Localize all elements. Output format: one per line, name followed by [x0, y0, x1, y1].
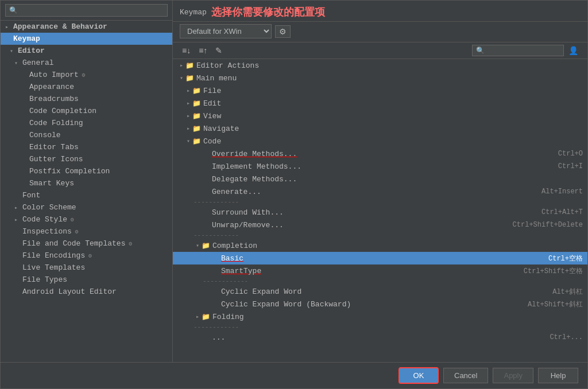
- toggle-navigate: ▸: [184, 125, 192, 132]
- sidebar-item-auto-import[interactable]: Auto Import⚙: [1, 69, 172, 81]
- toolbar-row: ≡↓ ≡↑ ✎ 👤: [173, 42, 587, 59]
- sidebar-item-editor-tabs[interactable]: Editor Tabs: [1, 141, 172, 153]
- search-right: 👤: [472, 45, 581, 56]
- tree-row-generate[interactable]: Generate...Alt+Insert: [173, 185, 587, 198]
- separator-sep4: ------------: [173, 323, 587, 331]
- ok-button[interactable]: OK: [399, 367, 439, 384]
- sidebar-item-code-folding[interactable]: Code Folding: [1, 117, 172, 129]
- shortcut-more: Ctrl+...: [538, 333, 583, 341]
- keymap-search-input[interactable]: [472, 45, 564, 56]
- toggle-code: ▾: [184, 138, 192, 145]
- toggle-file: ▸: [184, 87, 192, 94]
- sidebar-item-file-code-templates[interactable]: File and Code Templates⚙: [1, 238, 172, 250]
- keymap-dropdown[interactable]: Default for XWin Default Eclipse Emacs N…: [180, 24, 272, 38]
- tree-row-file[interactable]: ▸📁File: [173, 84, 587, 97]
- sidebar-label-inspections: Inspections: [22, 227, 72, 236]
- right-panel: Keymap 选择你需要修改的配置项 Default for XWin Defa…: [173, 1, 587, 362]
- tree-row-delegate-methods[interactable]: Delegate Methods...: [173, 173, 587, 185]
- right-panel-header: Keymap 选择你需要修改的配置项: [173, 1, 587, 22]
- tree-label-cyclic-expand: Cyclic Expand Word: [221, 287, 541, 296]
- tree-row-unwrap-remove[interactable]: Unwrap/Remove...Ctrl+Shift+Delete: [173, 219, 587, 231]
- sidebar-item-color-scheme[interactable]: ▸Color Scheme: [1, 201, 172, 213]
- tree-row-more[interactable]: ...Ctrl+...: [173, 331, 587, 344]
- tree-toggle-color-scheme: ▸: [14, 204, 20, 211]
- sidebar-item-live-templates[interactable]: Live Templates: [1, 262, 172, 274]
- tree-row-smarttype[interactable]: SmartTypeCtrl+Shift+空格: [173, 264, 587, 277]
- shortcut-cyclic-expand: Alt+斜杠: [541, 287, 583, 297]
- sidebar-item-file-types[interactable]: File Types: [1, 274, 172, 286]
- folder-icon-completion: 📁: [202, 242, 210, 250]
- help-button[interactable]: Help: [538, 368, 578, 383]
- sidebar-item-general[interactable]: ▾General: [1, 57, 172, 69]
- edit-shortcut-button[interactable]: ✎: [213, 45, 225, 56]
- gear-button[interactable]: ⚙: [275, 25, 291, 38]
- shortcut-generate: Alt+Insert: [530, 188, 583, 196]
- tree-row-override-methods[interactable]: Override Methods...Ctrl+O: [173, 147, 587, 160]
- tree-toggle-editor: ▾: [10, 48, 16, 55]
- tree-row-editor-actions[interactable]: ▸📁Editor Actions: [173, 59, 587, 72]
- sidebar-item-code-completion[interactable]: Code Completion: [1, 105, 172, 117]
- sidebar-label-keymap: Keymap: [13, 34, 40, 43]
- sidebar-item-android-layout-editor[interactable]: Android Layout Editor: [1, 286, 172, 298]
- sidebar-item-inspections[interactable]: Inspections⚙: [1, 225, 172, 238]
- collapse-all-button[interactable]: ≡↑: [196, 45, 210, 56]
- sidebar-label-auto-import: Auto Import: [29, 71, 79, 79]
- tree-label-surround-with: Surround With...: [212, 208, 530, 217]
- sidebar-search-container: [1, 1, 172, 21]
- tree-row-main-menu[interactable]: ▾📁Main menu: [173, 72, 587, 84]
- tree-row-completion[interactable]: ▾📁Completion: [173, 239, 587, 252]
- folder-icon-file: 📁: [192, 87, 201, 95]
- sidebar-item-code-style[interactable]: ▸Code Style⚙: [1, 213, 172, 225]
- sidebar-item-console[interactable]: Console: [1, 129, 172, 141]
- toggle-main-menu: ▾: [177, 75, 185, 81]
- sidebar-item-font[interactable]: Font: [1, 189, 172, 201]
- tree-row-cyclic-expand-back[interactable]: Cyclic Expand Word (Backward)Alt+Shift+斜…: [173, 298, 587, 310]
- keymap-title: 选择你需要修改的配置项: [211, 5, 325, 19]
- sidebar-item-appearance-behavior[interactable]: ▸Appearance & Behavior: [1, 21, 172, 33]
- icon-auto-import: ⚙: [82, 72, 86, 79]
- sidebar-label-gutter-icons: Gutter Icons: [29, 155, 83, 164]
- tree-row-surround-with[interactable]: Surround With...Ctrl+Alt+T: [173, 206, 587, 219]
- tree-row-basic[interactable]: BasicCtrl+空格: [173, 252, 587, 264]
- settings-dialog: ▸Appearance & BehaviorKeymap▾Editor▾Gene…: [0, 0, 588, 389]
- tree-toggle-appearance-behavior: ▸: [5, 24, 11, 30]
- tree-row-view[interactable]: ▸📁View: [173, 110, 587, 122]
- sidebar-search-input[interactable]: [5, 4, 168, 17]
- tree-row-cyclic-expand[interactable]: Cyclic Expand WordAlt+斜杠: [173, 285, 587, 298]
- sidebar-item-keymap[interactable]: Keymap: [1, 33, 172, 45]
- sidebar-label-code-folding: Code Folding: [29, 119, 83, 127]
- tree-label-folding: Folding: [212, 313, 583, 321]
- sidebar-label-smart-keys: Smart Keys: [29, 179, 74, 188]
- sidebar-item-smart-keys[interactable]: Smart Keys: [1, 177, 172, 189]
- tree-row-edit[interactable]: ▸📁Edit: [173, 97, 587, 110]
- search-person-button[interactable]: 👤: [566, 45, 581, 56]
- expand-all-button[interactable]: ≡↓: [180, 45, 193, 56]
- tree-row-navigate[interactable]: ▸📁Navigate: [173, 122, 587, 135]
- sidebar-label-live-templates: Live Templates: [22, 263, 85, 272]
- sidebar-item-breadcrumbs[interactable]: Breadcrumbs: [1, 93, 172, 105]
- tree-label-view: View: [203, 112, 583, 120]
- tree-row-folding[interactable]: ▸📁Folding: [173, 310, 587, 323]
- sidebar-label-editor: Editor: [18, 46, 45, 55]
- sidebar: ▸Appearance & BehaviorKeymap▾Editor▾Gene…: [1, 1, 173, 362]
- cancel-button[interactable]: Cancel: [443, 368, 488, 383]
- toggle-folding: ▸: [194, 313, 202, 320]
- sidebar-item-editor[interactable]: ▾Editor: [1, 45, 172, 57]
- tree-label-implement-methods: Implement Methods...: [212, 162, 547, 171]
- shortcut-override-methods: Ctrl+O: [547, 150, 583, 158]
- sidebar-label-file-types: File Types: [22, 275, 67, 284]
- sidebar-item-postfix-completion[interactable]: Postfix Completion: [1, 165, 172, 177]
- sidebar-item-appearance[interactable]: Appearance: [1, 81, 172, 93]
- sidebar-item-file-encodings[interactable]: File Encodings⚙: [1, 250, 172, 262]
- tree-row-code[interactable]: ▾📁Code: [173, 135, 587, 147]
- tree-label-code: Code: [203, 137, 583, 146]
- apply-button[interactable]: Apply: [493, 368, 533, 383]
- sidebar-item-gutter-icons[interactable]: Gutter Icons: [1, 153, 172, 165]
- sidebar-label-color-scheme: Color Scheme: [22, 203, 76, 212]
- toggle-completion: ▾: [194, 242, 202, 249]
- tree-label-smarttype: SmartType: [221, 267, 512, 275]
- icon-file-code-templates: ⚙: [129, 240, 132, 247]
- sidebar-label-postfix-completion: Postfix Completion: [29, 167, 110, 176]
- tree-label-main-menu: Main menu: [196, 74, 583, 83]
- tree-row-implement-methods[interactable]: Implement Methods...Ctrl+I: [173, 160, 587, 173]
